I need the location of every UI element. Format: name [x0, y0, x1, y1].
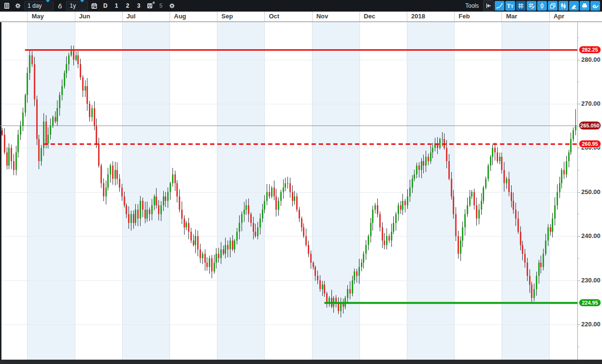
price-label: 240.00	[581, 232, 601, 239]
level-price-badge: 224.95	[579, 299, 601, 307]
price-tick	[578, 324, 580, 325]
grid-icon	[517, 2, 524, 9]
layout-1-button[interactable]: 1	[112, 1, 121, 11]
compare-candles-icon	[560, 2, 567, 9]
charting-application: 1 day1yD12345 Tools TT MayJunJulAugSepOc…	[0, 0, 602, 364]
level-price-badge: 282.25	[579, 46, 601, 54]
price-minor-tick	[578, 214, 579, 214]
price-axis[interactable]: 280.00270.00260.00250.00240.00230.00220.…	[577, 22, 602, 360]
save-slot-number: 4	[153, 0, 155, 5]
interval-dropdown[interactable]: 1 day	[24, 1, 54, 11]
price-minor-tick	[578, 82, 579, 82]
month-tick	[359, 12, 360, 21]
calendar-icon	[91, 2, 98, 9]
draw-grid-tool-button[interactable]	[527, 1, 536, 11]
chevron-down-icon	[80, 2, 85, 9]
gear-icon	[14, 2, 21, 9]
journal-icon	[3, 2, 10, 9]
text-tool-button[interactable]: TT	[505, 1, 515, 11]
level-price-badge: 260.95	[579, 140, 601, 148]
trendline-icon	[496, 2, 503, 9]
price-tick	[578, 104, 580, 104]
layout-3-button[interactable]: 3	[134, 1, 143, 11]
settings-gear-button[interactable]	[13, 1, 23, 11]
price-tick	[578, 60, 580, 60]
print-button[interactable]	[580, 1, 589, 11]
text-icon: TT	[507, 2, 514, 10]
month-label-sep: Sep	[221, 13, 233, 20]
candle-style-button[interactable]	[537, 1, 547, 11]
arrow-left-bar-icon	[485, 2, 492, 9]
eraser-tool-button[interactable]	[569, 1, 579, 11]
month-label-oct: Oct	[269, 13, 279, 20]
month-tick	[549, 12, 550, 21]
price-label: 230.00	[581, 277, 601, 284]
price-minor-tick	[578, 170, 579, 170]
price-tick	[578, 148, 580, 148]
month-label-aug: Aug	[174, 13, 186, 20]
unlock-icon	[57, 2, 63, 9]
candlestick-icon	[539, 2, 545, 9]
month-label-nov: Nov	[316, 13, 329, 20]
price-label: 280.00	[581, 56, 601, 63]
toolbar: 1 day1yD12345 Tools TT	[0, 0, 602, 12]
price-tick	[578, 236, 580, 237]
month-tick	[170, 12, 170, 21]
month-tick	[407, 12, 407, 21]
compare-tool-button[interactable]	[559, 1, 568, 11]
chart-style-d-button[interactable]: D	[100, 1, 110, 11]
month-label-apr: Apr	[554, 13, 564, 20]
month-label-may: May	[31, 13, 43, 20]
month-tick	[312, 12, 313, 21]
calendar-button[interactable]	[89, 1, 99, 11]
interval-dropdown-value: 1 day	[28, 2, 42, 9]
chart-area: 280.00270.00260.00250.00240.00230.00220.…	[0, 22, 602, 360]
gear-pencil-icon	[592, 2, 599, 9]
grid-pencil-icon	[528, 2, 535, 9]
layout-5-button[interactable]: 5	[156, 1, 166, 11]
bottom-scrollbar[interactable]	[0, 360, 602, 364]
month-tick	[27, 12, 28, 21]
layout-2-button[interactable]: 2	[123, 1, 132, 11]
grid-tool-button[interactable]	[516, 1, 526, 11]
month-label-2018: 2018	[411, 13, 425, 20]
price-label: 250.00	[581, 188, 601, 196]
data-window-button[interactable]	[2, 1, 12, 11]
layers-icon	[549, 2, 556, 9]
chart-settings-button[interactable]	[167, 1, 177, 11]
price-minor-tick	[578, 258, 579, 259]
price-tick	[578, 280, 580, 281]
time-axis[interactable]: MayJunJulAugSepOctNovDec2018FebMarApr	[0, 12, 602, 22]
windows-layout-button[interactable]	[548, 1, 558, 11]
eraser-icon	[571, 2, 577, 9]
lock-scale-button[interactable]	[55, 1, 65, 11]
save-layout-button[interactable]: 4	[145, 1, 155, 11]
chevron-down-icon	[45, 2, 50, 9]
month-label-feb: Feb	[459, 13, 470, 20]
tools-label: Tools	[465, 2, 479, 9]
month-tick	[502, 12, 502, 21]
gear-icon	[169, 2, 175, 9]
month-label-mar: Mar	[506, 13, 517, 20]
price-minor-tick	[578, 347, 579, 347]
price-tick	[578, 192, 580, 193]
price-label: 220.00	[581, 321, 601, 328]
month-tick	[454, 12, 455, 21]
last-price-badge: 265.050	[579, 121, 601, 130]
price-label: 270.00	[581, 100, 601, 107]
printer-icon	[581, 2, 588, 9]
price-minor-tick	[578, 38, 579, 38]
collapse-tools-button[interactable]	[483, 0, 494, 11]
candlestick-chart[interactable]	[0, 22, 577, 360]
tool-settings-button[interactable]	[590, 1, 600, 11]
trendline-tool-button[interactable]	[495, 1, 504, 11]
month-tick	[75, 12, 75, 21]
month-label-jul: Jul	[127, 13, 136, 20]
month-tick	[122, 12, 123, 21]
month-tick	[217, 12, 217, 21]
range-dropdown[interactable]: 1y	[66, 1, 88, 11]
month-label-dec: Dec	[364, 13, 375, 20]
month-label-jun: Jun	[79, 13, 90, 20]
month-tick	[264, 12, 265, 21]
range-dropdown-value: 1y	[70, 2, 76, 9]
